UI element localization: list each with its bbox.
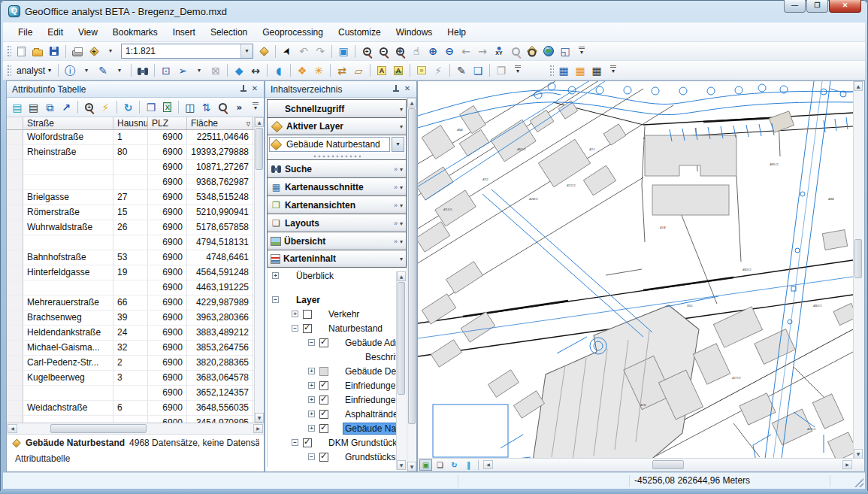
section-uebersicht[interactable]: Übersicht »▾	[267, 232, 407, 250]
find-in-table-button[interactable]	[215, 99, 231, 116]
scrollbar-thumb[interactable]	[398, 282, 405, 395]
scrollbar-thumb[interactable]	[50, 424, 147, 433]
separator[interactable]	[272, 43, 279, 59]
section-schnellzugriff[interactable]: Schnellzugriff ▾	[267, 99, 407, 117]
toc-scrollbar[interactable]: ▲ ▼	[407, 98, 416, 471]
active-layer-combobox[interactable]: Gebäude Naturbestand ▾	[267, 135, 407, 153]
pause-drawing-button[interactable]: ‖	[462, 459, 475, 471]
checkbox[interactable]	[303, 324, 312, 333]
section-layouts[interactable]: Layouts »▾	[267, 214, 407, 232]
back-extent-button[interactable]: ←	[458, 43, 474, 59]
table-row[interactable]: Kugelbeerweg 3 6900 3683,064578	[7, 371, 264, 386]
flash-button[interactable]: ⚡	[430, 62, 446, 79]
fixed-zoom-out-button[interactable]: ⊖	[441, 43, 458, 59]
header-selector[interactable]	[7, 117, 23, 130]
report-edit-button[interactable]: ✎	[453, 62, 470, 79]
tree-item-layer[interactable]: − Layer	[268, 292, 407, 307]
restore-button[interactable]: ❐	[806, 0, 828, 13]
pan-button[interactable]: ☝	[408, 43, 425, 59]
map-vertical-scrollbar[interactable]: ▲ ▼	[853, 81, 864, 459]
table-import-button[interactable]: ▦	[572, 62, 588, 79]
attribute-info-button[interactable]: ⓘ	[62, 62, 78, 79]
scrollbar-thumb[interactable]	[854, 239, 862, 278]
tree-item-verkehr[interactable]: + Verkehr	[268, 307, 407, 321]
print-button[interactable]	[69, 43, 86, 59]
clear-selection-button[interactable]: ⊠	[207, 62, 224, 79]
row-selector[interactable]	[7, 235, 23, 250]
label-button[interactable]: A	[374, 62, 390, 79]
layout-view-button[interactable]: ❏	[434, 459, 446, 471]
scale-dropdown-button[interactable]: ▾	[240, 44, 253, 58]
separator[interactable]	[224, 62, 231, 79]
section-aktiver-layer[interactable]: Aktiver Layer ▾	[267, 117, 407, 135]
map-view[interactable]: 464 463/2 432 431/5 428/3 421 422/3 414 …	[417, 80, 865, 472]
table-info-button[interactable]: ▦	[555, 62, 572, 79]
scrollbar-thumb[interactable]	[408, 108, 416, 424]
table-row[interactable]: Bahnhofstraße 53 6900 4748,6461	[7, 250, 264, 265]
toolbar-dropdown[interactable]: ▾	[247, 99, 264, 116]
refresh-view-button[interactable]: ↻	[448, 459, 461, 471]
continuous-zoom-button[interactable]: ✛	[392, 43, 408, 59]
combobox-dropdown-button[interactable]: ▾	[392, 137, 404, 152]
save-button[interactable]	[46, 43, 62, 59]
table-row[interactable]: 6900 9368,762987	[7, 175, 264, 190]
analyst-menu-button[interactable]: analyst ▾	[13, 62, 55, 79]
header-strasse[interactable]: Straße	[23, 117, 113, 130]
note-button[interactable]: ≡	[413, 62, 430, 79]
open-table-button[interactable]: ▦	[588, 62, 605, 79]
toolbar-overflow-button[interactable]: »	[231, 99, 247, 116]
row-selector[interactable]	[7, 371, 23, 386]
row-selector[interactable]	[7, 326, 23, 341]
table-row[interactable]: Wolfordstraße 1 6900 22511,04646	[7, 130, 264, 145]
separator[interactable]	[74, 99, 81, 116]
find-button[interactable]	[524, 43, 540, 59]
checkbox[interactable]	[319, 381, 328, 390]
toolbar-options-dropdown[interactable]: ▾	[573, 43, 590, 59]
copy-button[interactable]: ❐	[143, 99, 159, 116]
row-selector[interactable]	[7, 175, 23, 190]
scale-combobox[interactable]: 1:1.821 ▾	[121, 44, 253, 59]
tree-item-kataster[interactable]: Kataster E	[268, 464, 407, 467]
zoom-to-selected-button[interactable]: ↗	[58, 99, 74, 116]
zoom-to-selected-button[interactable]	[507, 43, 524, 59]
tree-item-ueberblick[interactable]: + Überblick	[268, 268, 407, 283]
menu-item[interactable]: Bookmarks	[105, 24, 165, 41]
select-tool-dropdown[interactable]: ▾	[191, 62, 207, 79]
map-canvas[interactable]: 464 463/2 432 431/5 428/3 421 422/3 414 …	[418, 81, 853, 459]
add-geoprocessing-button[interactable]: ❖	[294, 62, 310, 79]
table-row[interactable]: Weidachstraße 6 6900 3648,556035	[7, 401, 264, 416]
scroll-up-icon[interactable]: ▲	[397, 271, 406, 281]
row-selector[interactable]	[7, 401, 23, 416]
row-selector[interactable]	[7, 220, 23, 235]
row-selector[interactable]	[7, 356, 23, 371]
label-polygon-button[interactable]: A	[390, 62, 407, 79]
checkbox[interactable]	[319, 453, 328, 462]
row-selector[interactable]	[7, 145, 23, 160]
tree-item-gebaeude-naturbestand[interactable]: + Gebäude Nat	[268, 421, 407, 435]
separator[interactable]	[486, 62, 493, 79]
scroll-up-icon[interactable]: ▲	[407, 98, 416, 108]
undo-button[interactable]: ↶	[295, 43, 312, 59]
menu-item[interactable]: Selection	[203, 24, 255, 41]
close-icon[interactable]: ✕	[249, 83, 261, 95]
row-selector[interactable]	[7, 295, 23, 311]
pin-icon[interactable]	[238, 83, 249, 95]
table-row[interactable]: 6900 3652,124357	[7, 386, 264, 401]
table-row[interactable]: 6900 4463,191225	[7, 280, 264, 295]
table-row[interactable]: Wuhrwaldstraße 26 6900 5178,657858	[7, 220, 264, 235]
row-selector[interactable]	[7, 265, 23, 280]
table-row[interactable]: 6900 10871,27267	[7, 160, 264, 175]
menu-item[interactable]: Insert	[165, 24, 203, 41]
separator[interactable]	[352, 43, 358, 59]
export-image-button[interactable]: ▣	[335, 43, 352, 59]
checkbox[interactable]	[319, 338, 328, 347]
title-bar[interactable]: Q GeoOffice analyst BETA - Bregenz_Demo.…	[0, 0, 868, 23]
split-table-button[interactable]: ◫	[182, 99, 198, 116]
tree-item-beschriftung[interactable]: Beschriftu	[268, 350, 407, 364]
row-selector[interactable]	[7, 311, 23, 326]
section-kartenausschnitte[interactable]: Kartenausschnitte »▾	[267, 177, 407, 195]
swipe-layer-button[interactable]: ◖	[271, 62, 287, 79]
menu-item[interactable]: View	[71, 24, 105, 41]
copy-pages-button[interactable]: ❐	[493, 62, 510, 79]
menu-item[interactable]: Help	[440, 24, 473, 41]
